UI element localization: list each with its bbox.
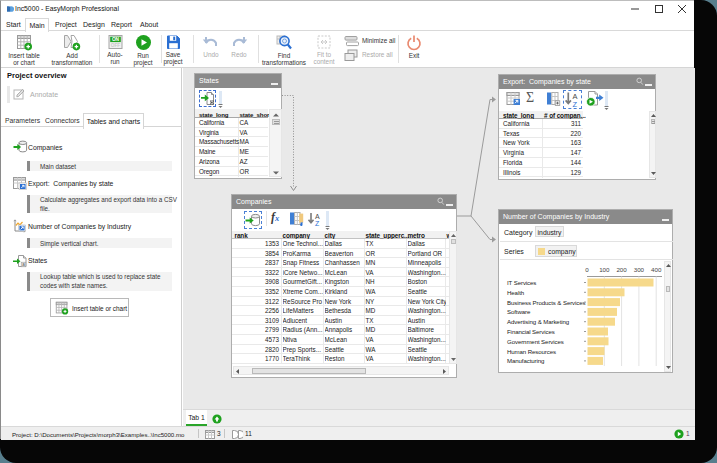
- svg-text:Human Resources: Human Resources: [507, 348, 556, 355]
- svg-text:IT Services: IT Services: [507, 279, 536, 286]
- svg-text:Health: Health: [507, 289, 524, 296]
- svg-text:Business Products & Services: Business Products & Services: [507, 299, 586, 306]
- svg-text:0: 0: [585, 266, 589, 273]
- svg-text:Z: Z: [573, 100, 578, 108]
- svg-text:Government Services: Government Services: [507, 338, 564, 345]
- svg-text:Software: Software: [507, 308, 531, 315]
- svg-text:A: A: [315, 213, 320, 220]
- svg-text:Z: Z: [315, 220, 320, 227]
- svg-text:100: 100: [599, 266, 610, 273]
- svg-text:300: 300: [634, 266, 645, 273]
- svg-text:Financial Services: Financial Services: [507, 328, 555, 335]
- svg-text:Manufacturing: Manufacturing: [507, 357, 544, 364]
- svg-text:ON: ON: [111, 37, 119, 42]
- svg-text:200: 200: [616, 266, 627, 273]
- svg-text:400: 400: [651, 266, 662, 273]
- svg-text:Advertising & Marketing: Advertising & Marketing: [507, 318, 569, 325]
- svg-text:OFF: OFF: [110, 43, 120, 48]
